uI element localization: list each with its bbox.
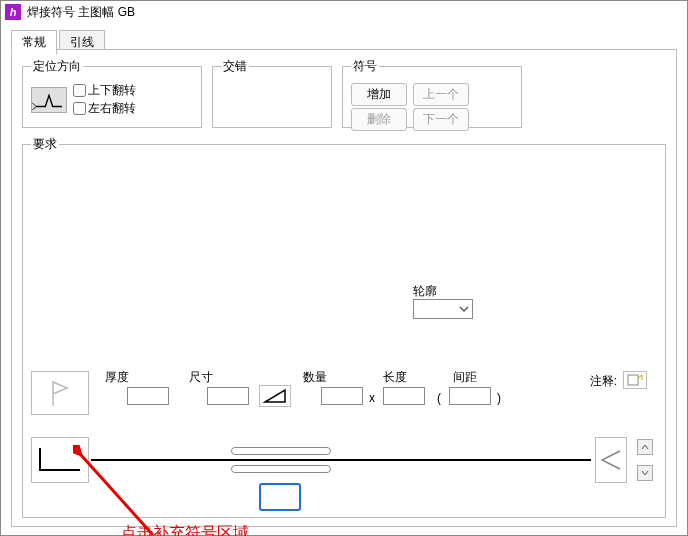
flag-icon bbox=[45, 378, 75, 408]
pitch-input[interactable] bbox=[449, 387, 491, 405]
rparen: ) bbox=[497, 391, 501, 405]
checkbox-flip-horizontal[interactable]: 左右翻转 bbox=[73, 100, 136, 117]
arrow-selector[interactable] bbox=[595, 437, 627, 483]
chevron-down-icon bbox=[641, 469, 649, 477]
scroll-up-button[interactable] bbox=[637, 439, 653, 455]
checkbox-flip-horizontal-input[interactable] bbox=[73, 102, 86, 115]
contour-select[interactable] bbox=[413, 299, 473, 319]
arrow-icon bbox=[598, 447, 624, 473]
button-next[interactable]: 下一个 bbox=[413, 108, 469, 131]
size-label: 尺寸 bbox=[189, 369, 213, 386]
button-add[interactable]: 增加 bbox=[351, 83, 407, 106]
button-delete[interactable]: 删除 bbox=[351, 108, 407, 131]
shape-selector[interactable] bbox=[259, 385, 291, 407]
x-separator: x bbox=[369, 391, 375, 405]
window-title: 焊接符号 主图幅 GB bbox=[27, 4, 135, 21]
supplementary-symbol-box[interactable] bbox=[259, 483, 301, 511]
size-input[interactable] bbox=[207, 387, 249, 405]
chevron-up-icon bbox=[641, 443, 649, 451]
annotation-text: 点击补充符号区域 bbox=[121, 523, 249, 536]
titlebar: h 焊接符号 主图幅 GB bbox=[1, 1, 687, 23]
tail-icon bbox=[36, 442, 84, 478]
length-label: 长度 bbox=[383, 369, 407, 386]
tabpanel-general: 定位方向 上下翻转 左右翻转 bbox=[11, 49, 677, 527]
triangle-icon bbox=[263, 388, 287, 404]
svg-rect-0 bbox=[628, 375, 638, 385]
button-prev[interactable]: 上一个 bbox=[413, 83, 469, 106]
length-input[interactable] bbox=[383, 387, 425, 405]
reference-line bbox=[91, 459, 591, 461]
note-label: 注释: bbox=[590, 373, 617, 390]
pitch-label: 间距 bbox=[453, 369, 477, 386]
lower-slot[interactable] bbox=[231, 465, 331, 473]
qty-label: 数量 bbox=[303, 369, 327, 386]
checkbox-flip-horizontal-label: 左右翻转 bbox=[88, 100, 136, 117]
group-stagger-legend: 交错 bbox=[221, 58, 249, 75]
weld-reference-line bbox=[31, 437, 657, 497]
tab-general[interactable]: 常规 bbox=[11, 30, 57, 55]
group-requirements: 要求 轮廓 厚度 尺寸 数量 bbox=[22, 136, 666, 518]
lparen: ( bbox=[437, 391, 441, 405]
note-button[interactable] bbox=[623, 371, 647, 389]
tail-selector[interactable] bbox=[31, 437, 89, 483]
group-orientation: 定位方向 上下翻转 左右翻转 bbox=[22, 58, 202, 128]
group-symbol: 符号 增加 上一个 删除 下一个 bbox=[342, 58, 522, 128]
group-symbol-legend: 符号 bbox=[351, 58, 379, 75]
scroll-down-button[interactable] bbox=[637, 465, 653, 481]
group-requirements-legend: 要求 bbox=[31, 136, 59, 153]
upper-slot[interactable] bbox=[231, 447, 331, 455]
thickness-label: 厚度 bbox=[105, 369, 129, 386]
qty-input[interactable] bbox=[321, 387, 363, 405]
app-icon: h bbox=[5, 4, 21, 20]
contour-label: 轮廓 bbox=[413, 283, 437, 300]
flag-selector[interactable] bbox=[31, 371, 89, 415]
thickness-input[interactable] bbox=[127, 387, 169, 405]
checkbox-flip-vertical-input[interactable] bbox=[73, 84, 86, 97]
note-icon bbox=[627, 374, 643, 386]
orientation-preview-icon[interactable] bbox=[31, 87, 67, 113]
group-stagger: 交错 bbox=[212, 58, 332, 128]
checkbox-flip-vertical-label: 上下翻转 bbox=[88, 82, 136, 99]
chevron-down-icon bbox=[459, 304, 469, 314]
parameter-row: 厚度 尺寸 数量 x 长度 ( 间距 ) 注释 bbox=[31, 369, 657, 441]
group-orientation-legend: 定位方向 bbox=[31, 58, 83, 75]
checkbox-flip-vertical[interactable]: 上下翻转 bbox=[73, 82, 136, 99]
